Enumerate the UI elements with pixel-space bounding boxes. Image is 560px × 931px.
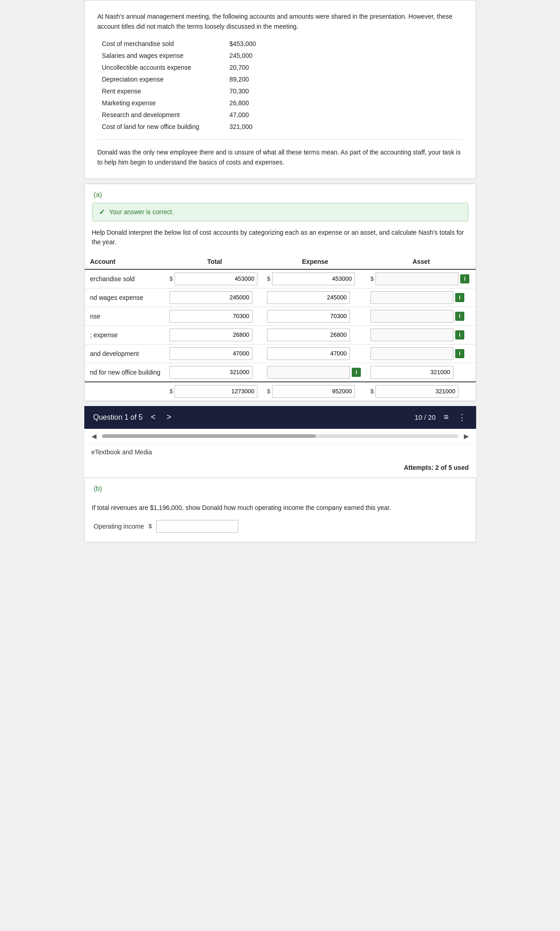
- row-account-1: nd wages expense: [85, 288, 166, 307]
- asset-input-1[interactable]: [370, 291, 453, 304]
- account-amount-6: 26,800: [230, 99, 266, 107]
- table-row: ; expense: [85, 325, 476, 344]
- total-totals-dollar: $: [170, 388, 173, 395]
- col-account: Account: [85, 254, 166, 269]
- expense-cell-3: [267, 329, 363, 341]
- asset-input-4[interactable]: [370, 347, 453, 360]
- nav-right: 10 / 20 ≡ ⋮: [415, 411, 467, 423]
- asset-totals-cell: $: [370, 385, 472, 398]
- asset-cell-2: i: [370, 310, 472, 323]
- total-totals-input[interactable]: [175, 385, 257, 398]
- row-account-5: nd for new office building: [85, 363, 166, 382]
- data-table: Account Total Expense Asset erchandise s…: [85, 254, 476, 401]
- info-button-0[interactable]: i: [460, 274, 469, 283]
- account-row-4: Depreciation expense 89,200: [102, 76, 463, 83]
- account-amount-4: 89,200: [230, 76, 266, 83]
- total-input-5[interactable]: [170, 366, 252, 379]
- account-name-7: Research and development: [102, 111, 211, 118]
- account-name-6: Marketing expense: [102, 99, 211, 107]
- account-row-5: Rent expense 70,300: [102, 87, 463, 95]
- info-button-3[interactable]: i: [455, 330, 464, 339]
- scrollbar-row: ◀ ▶: [84, 429, 476, 443]
- asset-totals-input[interactable]: [375, 385, 458, 398]
- account-name-4: Depreciation expense: [102, 76, 211, 83]
- table-row: and development: [85, 344, 476, 363]
- expense-input-0[interactable]: [272, 273, 355, 285]
- total-input-2[interactable]: [170, 310, 252, 323]
- account-amount-8: 321,000: [230, 123, 266, 130]
- expense-input-5[interactable]: [267, 366, 350, 379]
- info-button-1[interactable]: i: [455, 293, 464, 302]
- asset-input-3[interactable]: [370, 329, 453, 341]
- account-amount-1: $453,000: [230, 40, 266, 47]
- nav-left: Question 1 of 5 < >: [93, 411, 175, 423]
- operating-income-label: Operating income: [94, 523, 144, 530]
- scroll-right-button[interactable]: ▶: [462, 432, 471, 441]
- more-options-button[interactable]: ⋮: [457, 411, 467, 423]
- expense-input-1[interactable]: [267, 291, 350, 304]
- account-name-1: Cost of merchandise sold: [102, 40, 211, 47]
- account-table: Cost of merchandise sold $453,000 Salari…: [102, 40, 463, 130]
- row-account-4: and development: [85, 344, 166, 363]
- asset-input-2[interactable]: [370, 310, 453, 323]
- total-input-0[interactable]: [175, 273, 257, 285]
- prev-question-button[interactable]: <: [148, 411, 159, 423]
- asset-cell-1: i: [370, 291, 472, 304]
- total-input-4[interactable]: [170, 347, 252, 360]
- total-totals-cell: $: [170, 385, 260, 398]
- account-amount-5: 70,300: [230, 87, 266, 95]
- account-name-8: Cost of land for new office building: [102, 123, 211, 130]
- operating-income-row: Operating income $: [85, 520, 476, 542]
- asset-input-5[interactable]: [370, 366, 453, 379]
- list-icon-button[interactable]: ≡: [443, 411, 450, 423]
- account-row-2: Salaries and wages expense 245,000: [102, 52, 463, 59]
- asset-cell-5: [370, 366, 472, 379]
- account-amount-7: 47,000: [230, 111, 266, 118]
- next-question-button[interactable]: >: [164, 411, 175, 423]
- question-of-5-label: Question 1 of 5: [93, 413, 143, 422]
- expense-cell-5: i: [267, 366, 363, 379]
- info-button-4[interactable]: i: [455, 349, 464, 358]
- asset-input-0[interactable]: [375, 273, 458, 285]
- nav-bar: Question 1 of 5 < > 10 / 20 ≡ ⋮: [84, 406, 476, 429]
- expense-cell-2: [267, 310, 363, 323]
- table-row: erchandise sold $ $: [85, 269, 476, 288]
- account-name-2: Salaries and wages expense: [102, 52, 211, 59]
- expense-input-2[interactable]: [267, 310, 350, 323]
- total-cell-5: [170, 366, 260, 379]
- col-expense: Expense: [263, 254, 367, 269]
- asset-cell-4: i: [370, 347, 472, 360]
- total-cell-2: [170, 310, 260, 323]
- attempts-row: Attempts: 2 of 5 used: [84, 460, 476, 478]
- expense-totals-cell: $: [267, 385, 363, 398]
- etextbook-label: eTextbook and Media: [92, 448, 152, 456]
- part-a-instruction: Help Donald interpret the below list of …: [85, 228, 476, 254]
- part-a-card: (a) ✓ Your answer is correct. Help Donal…: [84, 184, 476, 401]
- total-cell-4: [170, 347, 260, 360]
- question-note: Donald was the only new employee there a…: [98, 139, 463, 168]
- total-input-3[interactable]: [170, 329, 252, 341]
- scroll-left-button[interactable]: ◀: [90, 432, 98, 441]
- expense-cell-1: [267, 291, 363, 304]
- expense-input-4[interactable]: [267, 347, 350, 360]
- scrollbar-track[interactable]: [102, 434, 458, 438]
- account-name-5: Rent expense: [102, 87, 211, 95]
- operating-income-input[interactable]: [156, 520, 238, 533]
- total-input-1[interactable]: [170, 291, 252, 304]
- question-card: At Nash's annual management meeting, the…: [84, 0, 476, 179]
- expense-cell-4: [267, 347, 363, 360]
- expense-dollar-0: $: [267, 275, 270, 282]
- account-row-6: Marketing expense 26,800: [102, 99, 463, 107]
- asset-cell-0: $ i: [370, 273, 472, 285]
- score-label: 10 / 20: [415, 413, 436, 421]
- correct-text: Your answer is correct.: [109, 208, 174, 216]
- attempts-label: Attempts: 2 of 5 used: [404, 464, 468, 471]
- info-button-5[interactable]: i: [352, 368, 361, 377]
- info-button-2[interactable]: i: [455, 312, 464, 321]
- row-account-3: ; expense: [85, 325, 166, 344]
- table-row: nd wages expense: [85, 288, 476, 307]
- expense-totals-input[interactable]: [272, 385, 355, 398]
- etextbook-row: eTextbook and Media: [84, 443, 476, 460]
- expense-input-3[interactable]: [267, 329, 350, 341]
- expense-cell-0: $: [267, 273, 363, 285]
